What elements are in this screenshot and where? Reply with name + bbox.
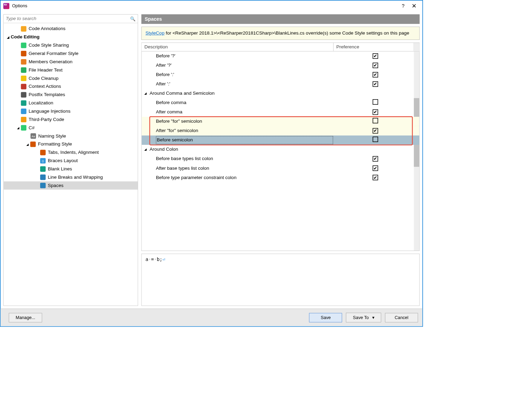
row-checkbox[interactable] (334, 99, 414, 106)
sidebar-item[interactable]: AaNaming Style (3, 132, 138, 140)
sidebar-item[interactable]: Members Generation (3, 58, 138, 66)
setting-row[interactable]: Before '?'✔ (141, 51, 419, 60)
nav-item-icon (40, 150, 46, 155)
help-icon[interactable]: ? (398, 3, 409, 9)
row-label: Before '?' (156, 52, 334, 60)
sidebar-item[interactable]: Context Actions (3, 83, 138, 91)
sidebar-item[interactable]: Localization (3, 99, 138, 107)
sidebar-item-label: Code Cleanup (29, 76, 58, 81)
sidebar-item[interactable]: Tabs, Indents, Alignment (3, 148, 138, 157)
row-checkbox[interactable]: ✔ (334, 165, 414, 171)
manage-button[interactable]: Manage... (9, 313, 42, 322)
titlebar: Options ? ✕ (1, 1, 423, 12)
search-icon[interactable]: 🔍 (130, 16, 136, 21)
cancel-button[interactable]: Cancel (385, 313, 418, 322)
setting-row[interactable]: After base types list colon✔ (141, 164, 419, 173)
sidebar-item[interactable]: Blank Lines (3, 165, 138, 173)
row-label: Around Colon (149, 146, 414, 153)
sidebar-item-label: Tabs, Indents, Alignment (48, 150, 99, 155)
row-label: After "for" semicolon (156, 127, 334, 134)
nav-item-icon (21, 67, 26, 73)
col-preference[interactable]: Preference (333, 43, 413, 51)
sidebar-item[interactable]: ◢Code Editing (3, 33, 138, 41)
sidebar-item-label: Code Annotations (29, 26, 66, 32)
nav-item-icon (30, 141, 36, 147)
nav-item-icon (21, 84, 26, 89)
row-checkbox[interactable]: ✔ (334, 81, 414, 87)
sidebar-item[interactable]: Code Annotations (3, 25, 138, 33)
sidebar: 🔍 Code Annotations◢Code EditingCode Styl… (3, 14, 138, 306)
nav-item-icon (21, 51, 26, 56)
row-checkbox[interactable]: ✔ (334, 53, 414, 59)
setting-row[interactable]: After comma✔ (141, 107, 419, 116)
nav-tree[interactable]: Code Annotations◢Code EditingCode Style … (3, 23, 138, 306)
sidebar-item[interactable]: Code Style Sharing (3, 41, 138, 49)
nav-item-icon (21, 92, 26, 97)
setting-row[interactable]: Before semicolon (141, 136, 419, 145)
row-checkbox[interactable] (334, 118, 414, 125)
scroll-up-icon[interactable] (413, 43, 419, 51)
row-checkbox[interactable]: ✔ (334, 63, 414, 68)
row-checkbox[interactable]: ✔ (334, 156, 414, 161)
setting-row[interactable]: Before type parameter constraint colon✔ (141, 173, 419, 182)
close-icon[interactable]: ✕ (409, 2, 420, 10)
nav-item-icon (40, 175, 46, 180)
row-checkbox[interactable]: ✔ (334, 128, 414, 133)
sidebar-item[interactable]: ()Braces Layout (3, 157, 138, 165)
row-checkbox[interactable]: ✔ (334, 109, 414, 115)
setting-row[interactable]: Before "for" semicolon (141, 116, 419, 126)
sidebar-item[interactable]: General Formatter Style (3, 49, 138, 58)
search-box: 🔍 (3, 15, 138, 23)
sidebar-item-label: Context Actions (29, 84, 61, 89)
setting-row[interactable]: Before base types list colon✔ (141, 154, 419, 164)
stylecop-link[interactable]: StyleCop (146, 30, 165, 36)
sidebar-item[interactable]: Language Injections (3, 107, 138, 115)
window-title: Options (12, 3, 398, 8)
sidebar-item-label: Language Injections (29, 109, 71, 114)
expander-icon[interactable]: ◢ (26, 142, 29, 146)
row-checkbox[interactable]: ✔ (334, 175, 414, 180)
setting-row[interactable]: After '?'✔ (141, 60, 419, 70)
save-to-button[interactable]: Save To▾ (346, 313, 381, 323)
right-panel: Spaces StyleCop for <ReSharper 2018.1>\<… (141, 14, 420, 306)
setting-row[interactable]: After ':'✔ (141, 79, 419, 88)
code-preview: a·=·b;⏎ (141, 254, 420, 306)
sidebar-item-label: Spaces (48, 183, 63, 188)
nav-item-icon (21, 59, 26, 65)
grid-body[interactable]: Before '?'✔After '?'✔Before ':'✔After ':… (141, 51, 419, 251)
col-description[interactable]: Description (141, 43, 333, 51)
setting-row[interactable]: After "for" semicolon✔ (141, 126, 419, 136)
expander-icon[interactable]: ◢ (6, 35, 10, 39)
sidebar-item-label: Code Style Sharing (29, 43, 69, 48)
expander-icon[interactable]: ◢ (16, 126, 20, 130)
setting-row[interactable]: Before ':'✔ (141, 70, 419, 79)
expander-icon[interactable]: ◢ (144, 92, 148, 95)
sidebar-item[interactable]: Spaces (3, 181, 138, 190)
row-checkbox[interactable] (334, 137, 414, 143)
sidebar-item-label: Braces Layout (48, 158, 77, 164)
sidebar-item[interactable]: Line Breaks and Wrapping (3, 173, 138, 181)
sidebar-item-label: Blank Lines (48, 166, 72, 172)
sidebar-item-label: Code Editing (11, 34, 39, 40)
panel-title: Spaces (141, 14, 420, 24)
sidebar-item[interactable]: ◢C# (3, 124, 138, 132)
sidebar-item[interactable]: Postfix Templates (3, 91, 138, 99)
nav-item-icon (21, 125, 26, 131)
search-input[interactable] (6, 16, 130, 21)
nav-item-icon: () (40, 158, 46, 164)
sidebar-item-label: Naming Style (38, 133, 66, 139)
sidebar-item[interactable]: File Header Text (3, 66, 138, 74)
row-label: Before semicolon (156, 136, 333, 144)
save-button[interactable]: Save (309, 313, 342, 322)
row-checkbox[interactable]: ✔ (334, 72, 414, 77)
setting-row[interactable]: Before comma (141, 98, 419, 107)
sidebar-item[interactable]: Third-Party Code (3, 115, 138, 124)
sidebar-item[interactable]: ◢Formatting Style (3, 140, 138, 148)
row-label: Around Comma and Semicolon (149, 90, 414, 97)
group-row[interactable]: ◢Around Colon (141, 145, 419, 154)
expander-icon[interactable]: ◢ (144, 148, 148, 151)
sidebar-item[interactable]: Code Cleanup (3, 74, 138, 83)
content-area: 🔍 Code Annotations◢Code EditingCode Styl… (1, 11, 423, 308)
group-row[interactable]: ◢Around Comma and Semicolon (141, 88, 419, 98)
sidebar-item-label: General Formatter Style (29, 51, 79, 56)
